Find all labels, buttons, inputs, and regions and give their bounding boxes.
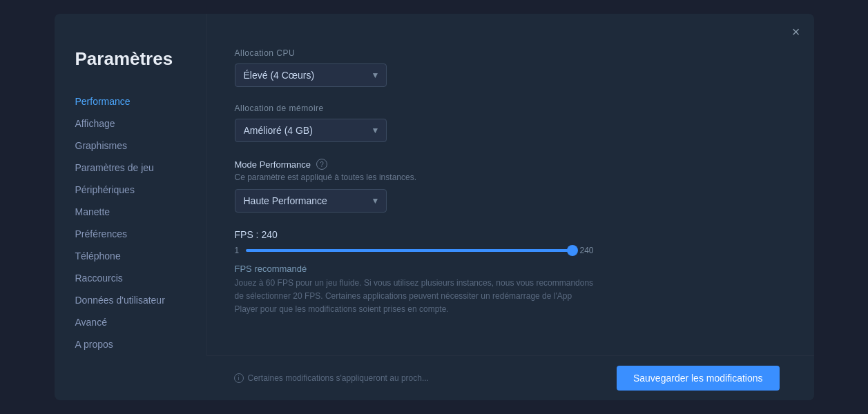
fps-slider-thumb[interactable] bbox=[567, 245, 578, 256]
mode-select-wrapper: Haute Performance Équilibré Économie d'é… bbox=[235, 189, 387, 213]
help-icon[interactable]: ? bbox=[316, 159, 327, 170]
fps-slider-fill bbox=[246, 249, 570, 252]
sidebar: Paramètres PerformanceAffichageGraphisme… bbox=[55, 14, 206, 400]
footer-note: i Certaines modifications s'appliqueront… bbox=[234, 373, 429, 383]
memory-select[interactable]: Amélioré (4 GB) Standard (2 GB) Bas (1 G… bbox=[235, 119, 387, 142]
fps-recommend-text: Jouez à 60 FPS pour un jeu fluide. Si vo… bbox=[235, 277, 594, 317]
save-button[interactable]: Sauvegarder les modifications bbox=[617, 366, 780, 391]
mode-select[interactable]: Haute Performance Équilibré Économie d'é… bbox=[235, 189, 387, 213]
sidebar-item-apropos[interactable]: A propos bbox=[75, 333, 206, 355]
sidebar-item-raccourcis[interactable]: Raccourcis bbox=[75, 267, 206, 289]
mode-hint: Ce paramètre est appliqué à toutes les i… bbox=[235, 172, 780, 182]
fps-min: 1 bbox=[235, 246, 240, 255]
sidebar-item-parametres-de-jeu[interactable]: Paramètres de jeu bbox=[75, 157, 206, 179]
footer: i Certaines modifications s'appliqueront… bbox=[206, 355, 814, 400]
fps-max: 240 bbox=[579, 246, 593, 255]
cpu-select[interactable]: Élevé (4 Cœurs) Moyen (2 Cœurs) Bas (1 C… bbox=[235, 63, 387, 87]
cpu-select-wrapper: Élevé (4 Cœurs) Moyen (2 Cœurs) Bas (1 C… bbox=[235, 63, 387, 87]
modal-title: Paramètres bbox=[75, 48, 206, 70]
memory-section-label: Allocation de mémoire bbox=[235, 103, 780, 113]
sidebar-item-peripheriques[interactable]: Périphériques bbox=[75, 179, 206, 201]
sidebar-item-affichage[interactable]: Affichage bbox=[75, 112, 206, 135]
main-content: Allocation CPU Élevé (4 Cœurs) Moyen (2 … bbox=[206, 14, 814, 400]
memory-select-wrapper: Amélioré (4 GB) Standard (2 GB) Bas (1 G… bbox=[235, 119, 387, 142]
sidebar-item-performance[interactable]: Performance bbox=[75, 90, 206, 112]
footer-note-text: Certaines modifications s'appliqueront a… bbox=[248, 373, 429, 383]
fps-slider-track[interactable] bbox=[246, 249, 572, 252]
sidebar-item-avance[interactable]: Avancé bbox=[75, 311, 206, 333]
mode-label: Mode Performance bbox=[235, 159, 311, 170]
sidebar-item-manette[interactable]: Manette bbox=[75, 201, 206, 223]
mode-label-row: Mode Performance ? bbox=[235, 159, 780, 170]
nav-list: PerformanceAffichageGraphismesParamètres… bbox=[75, 90, 206, 355]
sidebar-item-preferences[interactable]: Préférences bbox=[75, 223, 206, 245]
cpu-section-label: Allocation CPU bbox=[235, 48, 780, 58]
sidebar-item-graphismes[interactable]: Graphismes bbox=[75, 135, 206, 157]
close-button[interactable]: × bbox=[792, 25, 800, 39]
sidebar-item-telephone[interactable]: Téléphone bbox=[75, 245, 206, 267]
fps-label: FPS : 240 bbox=[235, 229, 780, 240]
settings-modal: × Paramètres PerformanceAffichageGraphis… bbox=[55, 14, 814, 400]
fps-recommend-title: FPS recommandé bbox=[235, 264, 780, 274]
fps-slider-row: 1 240 bbox=[235, 246, 594, 255]
sidebar-item-donnees-utilisateur[interactable]: Données d'utilisateur bbox=[75, 289, 206, 311]
info-icon: i bbox=[234, 373, 244, 383]
